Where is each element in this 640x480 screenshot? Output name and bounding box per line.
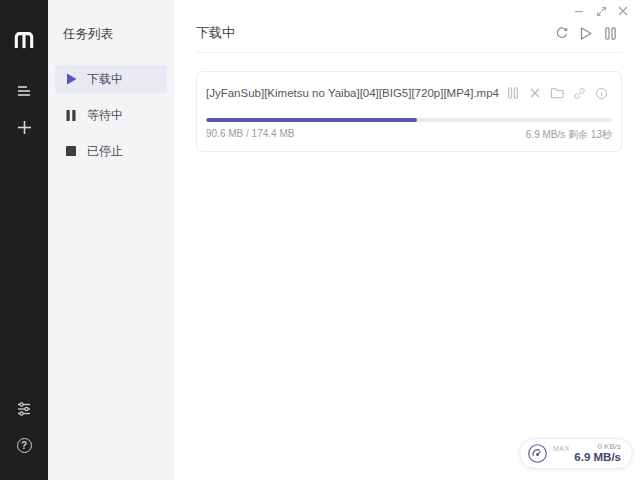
panel-title: 任务列表 xyxy=(48,26,174,65)
task-actions xyxy=(502,85,612,101)
main-header: 下载中 xyxy=(196,24,622,53)
speedometer-icon xyxy=(527,443,548,464)
stop-icon xyxy=(65,145,77,157)
maximize-button[interactable] xyxy=(590,2,612,20)
add-task-icon[interactable] xyxy=(9,112,39,142)
pause-icon xyxy=(65,109,77,121)
download-task-card[interactable]: [JyFanSub][Kimetsu no Yaiba][04][BIG5][7… xyxy=(196,71,622,152)
app-window: ? 任务列表 下载中 等待中 已停止 xyxy=(0,0,640,480)
progress-bar xyxy=(206,118,612,122)
main-area: 下载中 xyxy=(174,0,640,480)
refresh-icon[interactable] xyxy=(550,24,574,42)
page-title: 下载中 xyxy=(196,24,235,42)
panel-item-label: 已停止 xyxy=(87,143,123,160)
help-icon[interactable]: ? xyxy=(9,430,39,460)
panel-item-label: 等待中 xyxy=(87,107,123,124)
pause-all-icon[interactable] xyxy=(598,24,622,42)
global-speed-widget[interactable]: MAX 0 KB/s 6.9 MB/s xyxy=(519,438,633,469)
copy-link-icon[interactable] xyxy=(568,85,590,101)
motrix-logo-icon xyxy=(9,24,39,54)
task-size-text: 90.6 MB / 174.4 MB xyxy=(206,128,294,142)
minimize-button[interactable] xyxy=(568,2,590,20)
download-speed-value: 6.9 MB/s xyxy=(574,451,621,464)
play-icon xyxy=(65,73,77,85)
menu-icon[interactable] xyxy=(9,76,39,106)
open-folder-icon[interactable] xyxy=(546,85,568,101)
preferences-icon[interactable] xyxy=(9,394,39,424)
panel-item-waiting[interactable]: 等待中 xyxy=(55,101,167,129)
task-list-panel: 任务列表 下载中 等待中 已停止 xyxy=(48,0,174,480)
task-pause-icon[interactable] xyxy=(502,85,524,101)
close-button[interactable] xyxy=(612,2,634,20)
toolbar xyxy=(550,24,622,42)
task-speed-eta-text: 6.9 MB/s 剩余 13秒 xyxy=(526,128,612,142)
max-speed-label: MAX xyxy=(553,445,570,452)
progress-fill xyxy=(206,118,417,122)
task-filename: [JyFanSub][Kimetsu no Yaiba][04][BIG5][7… xyxy=(206,87,499,99)
icon-rail: ? xyxy=(0,0,48,480)
window-controls xyxy=(568,2,634,20)
panel-item-label: 下载中 xyxy=(87,71,123,88)
resume-all-icon[interactable] xyxy=(574,24,598,42)
task-delete-icon[interactable] xyxy=(524,85,546,101)
upload-speed-value: 0 KB/s xyxy=(574,442,621,451)
task-info-icon[interactable] xyxy=(590,85,612,101)
panel-item-stopped[interactable]: 已停止 xyxy=(55,137,167,165)
panel-item-downloading[interactable]: 下载中 xyxy=(55,65,167,93)
